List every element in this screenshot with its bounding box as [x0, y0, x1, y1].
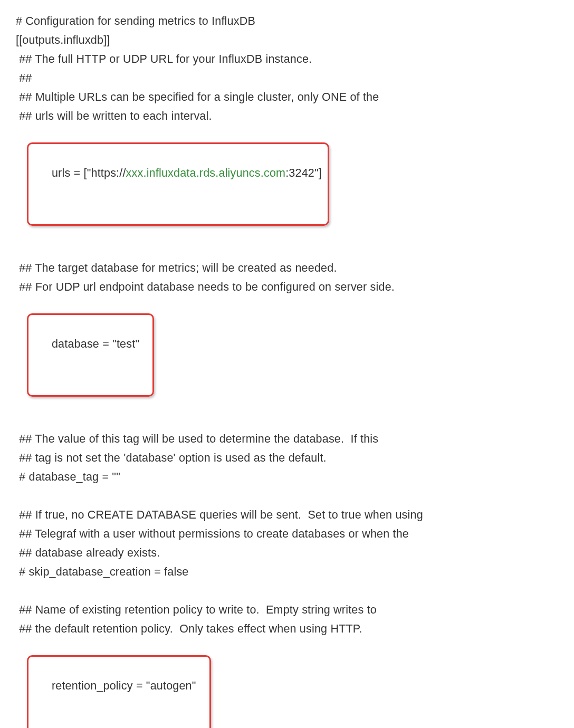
retention-comment: ## the default retention policy. Only ta…: [16, 619, 558, 638]
urls-comment: ##: [16, 69, 558, 88]
database-tag-assignment: # database_tag = "": [16, 467, 558, 486]
urls-comment: ## The full HTTP or UDP URL for your Inf…: [16, 50, 558, 69]
skip-db-comment: ## If true, no CREATE DATABASE queries w…: [16, 505, 558, 524]
comment-header: # Configuration for sending metrics to I…: [16, 12, 558, 31]
skip-db-comment: ## Telegraf with a user without permissi…: [16, 524, 558, 543]
skip-db-comment: ## database already exists.: [16, 543, 558, 562]
highlight-box: [27, 313, 155, 397]
retention-comment: ## Name of existing retention policy to …: [16, 600, 558, 619]
database-comment: ## For UDP url endpoint database needs t…: [16, 277, 558, 296]
urls-assignment: urls = ["https://xxx.influxdata.rds.aliy…: [16, 126, 558, 240]
urls-host-link[interactable]: xxx.influxdata.rds.aliyuncs.com: [126, 167, 286, 179]
urls-comment: ## urls will be written to each interval…: [16, 107, 558, 126]
database-tag-comment: ## tag is not set the 'database' option …: [16, 448, 558, 467]
retention-assignment: retention_policy = "autogen": [16, 638, 558, 728]
highlight-box: [27, 142, 329, 226]
database-comment: ## The target database for metrics; will…: [16, 258, 558, 277]
urls-suffix: :3242"]: [285, 167, 322, 179]
config-file: # Configuration for sending metrics to I…: [16, 12, 558, 728]
section-header: [[outputs.influxdb]]: [16, 31, 558, 50]
database-assignment: database = "test": [16, 296, 558, 410]
skip-db-assignment: # skip_database_creation = false: [16, 562, 558, 581]
database-tag-comment: ## The value of this tag will be used to…: [16, 429, 558, 448]
urls-prefix: urls = ["https://: [49, 167, 126, 179]
urls-comment: ## Multiple URLs can be specified for a …: [16, 88, 558, 107]
